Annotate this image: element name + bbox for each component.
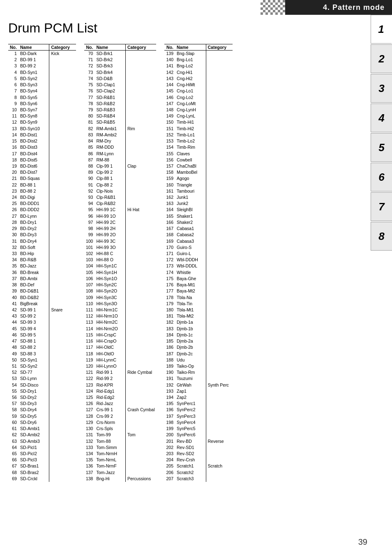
cell-category [49, 394, 76, 401]
cell-category [206, 126, 233, 132]
cell-category [49, 301, 76, 307]
table-row: 43SD-99 2 [8, 313, 76, 319]
table-row: 174Whistle [164, 269, 233, 276]
cell-category [125, 375, 156, 382]
side-tab-5[interactable]: 5 [371, 133, 392, 162]
cell-category [125, 119, 156, 125]
cell-number: 189 [164, 363, 175, 369]
cell-number: 152 [164, 132, 175, 138]
table-row: 196SynPerc2 [164, 407, 233, 413]
table-row: 138Bng-HiPercussions [84, 476, 157, 482]
table-row: 7BD-Syn4 [8, 88, 76, 94]
cell-number: 171 [164, 251, 175, 257]
cell-number: 198 [164, 419, 175, 426]
cell-number: 29 [8, 226, 18, 232]
table-row: 83RM-Ambi2 [84, 132, 157, 138]
table-row: 71SD-Brk2 [84, 57, 157, 63]
cell-name: HH-Nrm1C [95, 307, 125, 313]
cell-category [125, 138, 156, 144]
cell-number: 17 [8, 151, 18, 157]
cell-category [125, 107, 156, 113]
cell-name: ChaChaBl [175, 163, 206, 169]
cell-name: Tom-Simm [95, 444, 125, 451]
side-tab-8[interactable]: 8 [371, 222, 392, 251]
cell-name: SD-Ambi1 [18, 426, 49, 432]
cell-name: Bng-Hi [95, 476, 125, 482]
cell-name: HH-CrspO [95, 338, 125, 344]
cell-number: 47 [8, 338, 18, 344]
cell-category [49, 144, 76, 150]
table-row: 180Tbla-Mt1 [164, 307, 233, 313]
cell-category: Reverse [206, 438, 233, 444]
cell-name: Shaker2 [175, 219, 206, 226]
cell-category [49, 401, 76, 407]
cell-number: 130 [84, 426, 95, 432]
side-tab-4[interactable]: 4 [371, 104, 392, 132]
cell-number: 134 [84, 451, 95, 457]
cell-number: 148 [164, 107, 175, 113]
cell-category [125, 394, 156, 401]
cell-category [49, 338, 76, 344]
cell-number: 161 [164, 188, 175, 194]
table-row: 89Clp-99 2 [84, 169, 157, 175]
cell-name: BD-Dist2 [18, 138, 49, 144]
cell-category [206, 57, 233, 63]
cell-name: BD-Jazz [18, 263, 49, 269]
cell-number: 45 [8, 326, 18, 332]
cell-category [206, 188, 233, 194]
cell-name: Cng-LoMt [175, 101, 206, 107]
cell-category [125, 276, 156, 282]
cell-name: Rid-99 2 [95, 375, 125, 382]
side-tab-2[interactable]: 2 [371, 44, 392, 73]
cell-name: HH-Nrm2C [95, 319, 125, 325]
cell-number: 13 [8, 126, 18, 132]
cell-number: 194 [164, 394, 175, 401]
cell-number: 150 [164, 119, 175, 125]
cell-category [125, 251, 156, 257]
table-row: 75SD-Clap1 [84, 82, 157, 88]
side-tab-3[interactable]: 3 [371, 74, 392, 103]
cell-name: Clp-Nois [95, 188, 125, 194]
side-tab-1[interactable]: 1 [371, 15, 392, 44]
cell-category [206, 394, 233, 401]
cell-category [206, 238, 233, 244]
table-row: 115HH-CrspC [84, 332, 157, 338]
cell-category [206, 182, 233, 188]
cell-number: 97 [84, 219, 95, 226]
table-row: 40BD-D&B2 [8, 295, 76, 301]
table-row: 202Rev-SD1 [164, 444, 233, 451]
cell-number: 50 [8, 357, 18, 363]
cell-name: Tom-88 [95, 438, 125, 444]
cell-name: HH-Syn1C [95, 263, 125, 269]
side-tab-6[interactable]: 6 [371, 163, 392, 191]
cell-name: BD-Syn10 [18, 126, 49, 132]
cell-name: Taiko-Rm [175, 369, 206, 375]
cell-category [206, 432, 233, 438]
table-row: 157ChaChaBl [164, 163, 233, 169]
cell-name: HH-99 3O [95, 244, 125, 251]
table-row: 147Cng-LoMt [164, 101, 233, 107]
cell-name: Cng-Lo1 [175, 88, 206, 94]
cell-category [206, 200, 233, 207]
cell-category [125, 226, 156, 232]
table-row: 21BD-Squas [8, 175, 76, 182]
cell-number: 38 [8, 282, 18, 288]
cell-name: Agogo [175, 175, 206, 182]
cell-name: Cabasa1 [175, 226, 206, 232]
table-row: 98HH-99 2H [84, 226, 157, 232]
cell-category [125, 175, 156, 182]
cell-number: 170 [164, 244, 175, 251]
cell-category [206, 113, 233, 119]
cell-name: Cng-Hi2 [175, 76, 206, 82]
side-tab-7[interactable]: 7 [371, 192, 392, 221]
cell-name: BD-Dist3 [18, 144, 49, 150]
cell-name: Guiro-S [175, 244, 206, 251]
cell-number: 92 [84, 188, 95, 194]
cell-category [49, 157, 76, 163]
cell-name: SD-Brk2 [95, 57, 125, 63]
cell-category [206, 194, 233, 200]
cell-name: SynPerc3 [175, 413, 206, 419]
cell-number: 24 [8, 194, 18, 200]
cell-number: 146 [164, 94, 175, 101]
cell-category [125, 470, 156, 476]
